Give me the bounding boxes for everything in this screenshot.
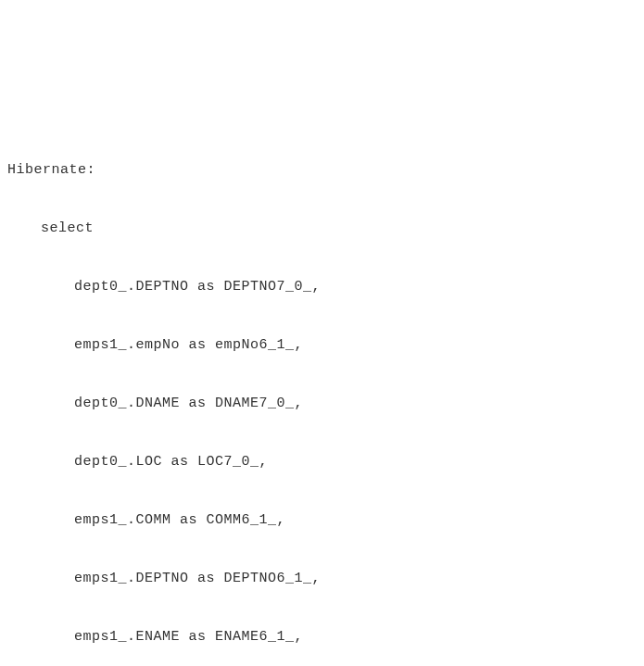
select-column: emps1_.COMM as COMM6_1_, <box>7 506 637 535</box>
select-column: dept0_.LOC as LOC7_0_, <box>7 447 637 477</box>
log-header: Hibernate: <box>7 156 637 185</box>
select-column: emps1_.ENAME as ENAME6_1_, <box>7 622 637 652</box>
select-keyword: select <box>7 214 637 244</box>
select-column: dept0_.DEPTNO as DEPTNO7_0_, <box>7 272 637 302</box>
select-column: emps1_.empNo as empNo6_1_, <box>7 331 637 360</box>
hibernate-sql-log: Hibernate: select dept0_.DEPTNO as DEPTN… <box>7 126 637 666</box>
select-column: emps1_.DEPTNO as DEPTNO6_1_, <box>7 564 637 594</box>
select-column: dept0_.DNAME as DNAME7_0_, <box>7 389 637 419</box>
